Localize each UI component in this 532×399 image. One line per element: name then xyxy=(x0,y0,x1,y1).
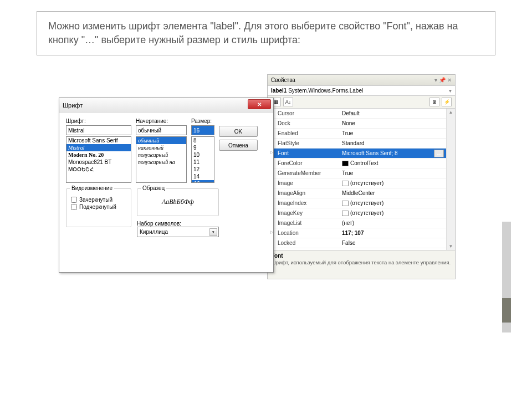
size-label: Размер: xyxy=(191,118,214,124)
list-item[interactable]: 12 xyxy=(192,166,214,173)
chevron-down-icon: ▾ xyxy=(209,228,217,236)
alpha-button[interactable]: A↓ xyxy=(283,98,293,106)
list-item[interactable]: 14 xyxy=(192,173,214,180)
property-key: ImageIndex xyxy=(268,200,340,206)
strike-checkbox[interactable]: Зачеркнутый xyxy=(71,197,126,203)
list-item[interactable]: Microsoft Sans Serif xyxy=(66,137,131,144)
charset-label: Набор символов: xyxy=(137,221,181,227)
property-row[interactable]: Image(отсутствует) xyxy=(268,178,446,188)
property-row[interactable]: ImageAlignMiddleCenter xyxy=(268,188,446,198)
props-tab-button[interactable]: 🗎 xyxy=(429,98,439,106)
sample-text: АаВbБбФф xyxy=(142,196,214,208)
property-row[interactable]: CursorDefault xyxy=(268,109,446,119)
props-titlebar[interactable]: Свойства ▾ 📌 ✕ xyxy=(268,75,455,86)
property-row[interactable]: ForeColorControlText xyxy=(268,158,446,168)
list-item[interactable]: МՕՕԵՇՀ xyxy=(66,166,131,173)
property-value[interactable]: True xyxy=(340,170,446,176)
slide-scrollbar-thumb[interactable] xyxy=(502,298,511,323)
property-row[interactable]: ImageList(нет) xyxy=(268,218,446,228)
property-row[interactable]: Location117; 107 xyxy=(268,228,446,238)
property-value[interactable]: True xyxy=(340,130,446,136)
props-description: Font Шрифт, используемый для отображения… xyxy=(268,250,455,279)
list-item[interactable]: полужирный на xyxy=(136,158,186,166)
property-row[interactable]: ImageKey(отсутствует) xyxy=(268,208,446,218)
list-item[interactable]: обычный xyxy=(136,137,186,144)
property-row[interactable]: EnabledTrue xyxy=(268,129,446,139)
property-row[interactable]: FontMicrosoft Sans Serif; 8... xyxy=(268,149,446,158)
property-value[interactable]: (отсутствует) xyxy=(340,210,446,216)
list-item[interactable]: наклонный xyxy=(136,144,186,151)
font-input[interactable]: Mistral xyxy=(66,125,131,135)
property-row[interactable]: DockNone xyxy=(268,119,446,129)
property-value[interactable]: MiddleCenter xyxy=(340,190,446,196)
list-item[interactable]: 8 xyxy=(192,137,214,144)
property-value[interactable]: Default xyxy=(340,110,446,116)
props-toolbar: ▦ A↓ 🗎 ⚡ xyxy=(268,96,455,109)
list-item[interactable]: 9 xyxy=(192,144,214,151)
scroll-up-icon[interactable]: ▲ xyxy=(449,110,453,115)
object-name: label1 xyxy=(271,88,287,94)
property-value[interactable]: Standard xyxy=(340,140,446,146)
scroll-down-icon[interactable]: ▼ xyxy=(449,244,453,249)
property-key: Locked xyxy=(268,240,340,246)
object-class: System.Windows.Forms.Label xyxy=(288,88,363,94)
property-value[interactable]: None xyxy=(340,120,446,126)
property-key: Font xyxy=(268,150,340,156)
titlebar[interactable]: Шрифт ✕ xyxy=(59,98,273,112)
style-label: Начертание: xyxy=(136,118,187,124)
props-grid-wrap: CursorDefaultDockNoneEnabledTrueFlatStyl… xyxy=(268,109,455,250)
events-tab-button[interactable]: ⚡ xyxy=(442,98,452,106)
property-key: Cursor xyxy=(268,110,340,116)
list-item[interactable]: 11 xyxy=(192,158,214,166)
props-object-selector[interactable]: label1 System.Windows.Forms.Label ▾ xyxy=(268,86,455,96)
effects-group: Видоизменение Зачеркнутый Подчеркнутый xyxy=(66,188,131,227)
properties-grid[interactable]: CursorDefaultDockNoneEnabledTrueFlatStyl… xyxy=(268,109,446,250)
property-value[interactable]: (нет) xyxy=(340,220,446,226)
properties-panel: Свойства ▾ 📌 ✕ label1 System.Windows.For… xyxy=(267,74,456,279)
close-button[interactable]: ✕ xyxy=(248,99,271,109)
list-item[interactable]: полужирный xyxy=(136,151,186,158)
ok-button[interactable]: OK xyxy=(219,126,258,137)
empty-box-icon xyxy=(342,201,349,206)
mid-row: Видоизменение Зачеркнутый Подчеркнутый О… xyxy=(66,183,267,237)
property-key: ImageAlign xyxy=(268,190,340,196)
left-background: Шрифт ✕ Шрифт: Mistral Microsoft Sans Se… xyxy=(41,74,267,279)
desc-text: Шрифт, используемый для отображения текс… xyxy=(271,259,452,265)
charset-combo[interactable]: Кириллица▾ xyxy=(137,227,219,237)
under-cb[interactable] xyxy=(71,204,77,210)
property-value[interactable]: (отсутствует) xyxy=(340,200,446,206)
list-item[interactable]: Modern No. 20 xyxy=(66,151,131,158)
props-title: Свойства xyxy=(271,77,295,83)
underline-checkbox[interactable]: Подчеркнутый xyxy=(71,204,126,210)
property-key: ImageKey xyxy=(268,210,340,216)
font-label: Шрифт: xyxy=(66,118,131,124)
property-row[interactable]: GenerateMemberTrue xyxy=(268,168,446,178)
ellipsis-button[interactable]: ... xyxy=(434,150,444,157)
property-value[interactable]: False xyxy=(340,240,446,246)
cancel-button[interactable]: Отмена xyxy=(219,140,258,151)
property-value[interactable]: 117; 107 xyxy=(340,230,446,236)
property-row[interactable]: ImageIndex(отсутствует) xyxy=(268,198,446,208)
property-value[interactable]: (отсутствует) xyxy=(340,180,446,186)
font-list[interactable]: Microsoft Sans Serif Mistral Modern No. … xyxy=(66,136,131,183)
property-value[interactable]: Microsoft Sans Serif; 8... xyxy=(340,150,446,157)
size-list[interactable]: 8 9 10 11 12 14 16 xyxy=(191,136,214,183)
list-item[interactable]: Monospac821 BT xyxy=(66,158,131,166)
empty-box-icon xyxy=(342,181,349,186)
chevron-down-icon: ▾ xyxy=(449,88,452,94)
property-key: Location xyxy=(268,230,340,236)
property-row[interactable]: LockedFalse xyxy=(268,238,446,248)
size-input[interactable]: 16 xyxy=(191,125,214,135)
header-text: Можно изменить шрифт элемента "label". Д… xyxy=(48,19,484,47)
style-input[interactable]: обычный xyxy=(136,125,187,135)
property-value[interactable]: ControlText xyxy=(340,160,446,166)
property-row[interactable]: FlatStyleStandard xyxy=(268,139,446,149)
slide-header: Можно изменить шрифт элемента "label". Д… xyxy=(37,11,495,55)
list-item[interactable]: 10 xyxy=(192,151,214,158)
style-list[interactable]: обычный наклонный полужирный полужирный … xyxy=(136,136,187,183)
list-item[interactable]: Mistral xyxy=(66,144,131,151)
dialog-title: Шрифт xyxy=(63,102,83,109)
scrollbar[interactable]: ▲▼ xyxy=(446,109,455,250)
strike-cb[interactable] xyxy=(71,197,77,203)
panel-icons[interactable]: ▾ 📌 ✕ xyxy=(434,77,452,83)
